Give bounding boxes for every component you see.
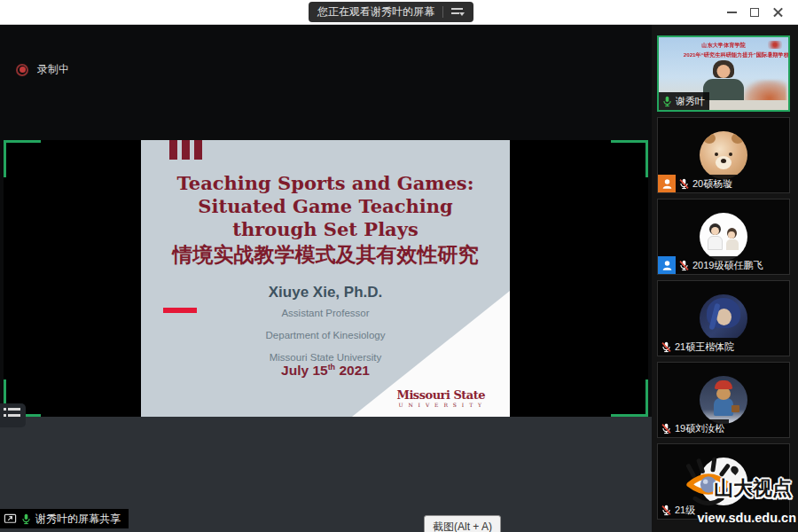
menu-icon[interactable]	[451, 7, 465, 17]
participant-tile-yangxuan[interactable]: 20硕杨璇	[657, 117, 790, 193]
slide-title-line1: Teaching Sports and Games:	[141, 172, 510, 195]
mic-muted-icon	[661, 423, 672, 434]
participant-label: 19硕刘汝松	[658, 419, 729, 437]
participant-tile-xiexiuye[interactable]: 山东大学体育学院 2021年“研究生科研能力提升”国际暑期学校 谢秀叶	[657, 35, 790, 112]
participant-name: 2019级硕任鹏飞	[692, 259, 763, 272]
anime-avatar	[700, 294, 747, 342]
participant-name: 21硕王楷体院	[675, 340, 734, 354]
participant-name: 20硕杨璇	[692, 177, 732, 191]
hand-raised-badge	[658, 175, 676, 192]
mic-on-icon	[20, 513, 32, 525]
mic-muted-icon	[678, 178, 690, 190]
pill-divider	[442, 6, 443, 18]
missouri-state-logo: Missouri State U N I V E R S I T Y	[397, 388, 486, 408]
person-icon	[661, 177, 674, 191]
share-banner-label: 谢秀叶的屏幕共享	[35, 512, 121, 527]
share-bracket-bottom-right	[611, 379, 648, 417]
record-dot-icon	[16, 64, 28, 76]
watermark-url: view.sdu.edu.cn	[698, 511, 796, 525]
window-controls	[720, 0, 789, 25]
mic-muted-icon	[661, 341, 672, 353]
viewing-title-pill[interactable]: 您正在观看谢秀叶的屏幕	[309, 2, 473, 22]
logo-name: Missouri State	[397, 388, 486, 402]
participant-tile-renpengfei[interactable]: 2019级硕任鹏飞	[657, 199, 790, 275]
mic-muted-icon	[661, 505, 672, 516]
viewing-title: 您正在观看谢秀叶的屏幕	[317, 4, 434, 20]
couple-avatar	[700, 213, 747, 261]
maximize-button[interactable]	[743, 1, 766, 24]
share-bracket-top-right	[611, 140, 648, 177]
screenshot-button[interactable]: 截图(Alt + A)	[424, 515, 501, 532]
slide-title-line3: through Set Plays	[141, 218, 510, 241]
presentation-slide: Teaching Sports and Games: Situated Game…	[141, 140, 510, 417]
banner-line2: 2021年“研究生科研能力提升”国际暑期学校	[684, 51, 764, 58]
recording-label: 录制中	[37, 62, 69, 77]
banner-line1: 山东大学体育学院	[684, 42, 764, 48]
dog-avatar	[700, 131, 747, 179]
slide-title-block: Teaching Sports and Games: Situated Game…	[141, 172, 510, 267]
mic-muted-icon	[678, 260, 690, 271]
university-seal	[768, 41, 782, 49]
slide-presenter: Xiuye Xie, Ph.D.	[141, 284, 510, 301]
person-icon	[661, 259, 674, 272]
bear-avatar	[700, 376, 747, 424]
recording-indicator: 录制中	[16, 62, 69, 77]
participant-label: 20硕杨璇	[658, 175, 737, 192]
slide-title-line2: Situated Game Teaching	[141, 195, 510, 218]
participant-label: 2019级硕任鹏飞	[658, 256, 767, 274]
screen-share-banner: 谢秀叶的屏幕共享	[0, 509, 129, 528]
close-button[interactable]	[766, 1, 789, 24]
sdu-watermark: 山大视点 view.sdu.edu.cn	[686, 454, 796, 525]
shared-screen-area: Teaching Sports and Games: Situated Game…	[4, 140, 648, 417]
meeting-window: 您正在观看谢秀叶的屏幕 录制中 Teaching Sports and Game…	[0, 0, 798, 532]
participant-label: 谢秀叶	[659, 92, 709, 110]
titlebar: 您正在观看谢秀叶的屏幕	[0, 0, 798, 25]
slide-role: Assistant Professor	[141, 308, 510, 318]
slide-accent-bars	[169, 140, 202, 160]
participant-tile-wangkai[interactable]: 21硕王楷体院	[657, 280, 790, 356]
main-stage: 录制中 Teaching Sports and Games: Situated …	[0, 25, 652, 532]
share-bracket-top-left	[4, 140, 41, 177]
participant-name: 谢秀叶	[676, 95, 705, 108]
participant-name: 19硕刘汝松	[675, 422, 724, 435]
screen-share-icon	[4, 512, 17, 526]
mic-on-icon	[661, 96, 673, 107]
minimize-button[interactable]	[720, 1, 743, 24]
slide-subtitle-cn: 情境实战教学模式及其有效性研究	[141, 242, 510, 267]
cohost-badge	[658, 256, 676, 274]
participant-tile-liurusong[interactable]: 19硕刘汝松	[657, 362, 790, 438]
annotation-list-toggle[interactable]	[0, 403, 26, 427]
watermark-title: 山大视点	[714, 475, 792, 502]
participant-label: 21硕王楷体院	[658, 338, 739, 356]
logo-subtext: U N I V E R S I T Y	[397, 402, 486, 408]
